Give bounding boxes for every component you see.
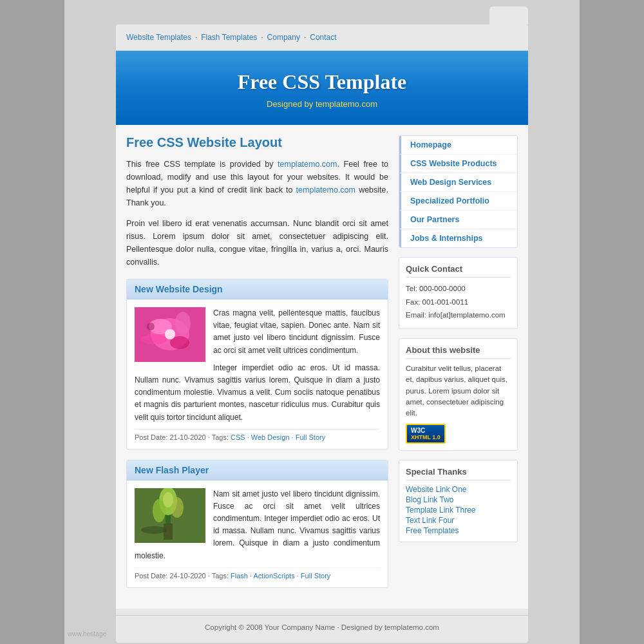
sidebar-item-portfolio[interactable]: Specialized Portfolio [399, 192, 517, 211]
site-subtitle: Designed by templatemo.com [129, 99, 515, 109]
nav-link-flash-templates[interactable]: Flash Templates [201, 33, 257, 42]
nav-link-website-templates[interactable]: Website Templates [126, 33, 191, 42]
main-container: Website Templates · Flash Templates · Co… [116, 24, 528, 643]
intro-paragraph: This free CSS template is provided by te… [126, 158, 388, 209]
special-thanks-link-2[interactable]: Blog Link Two [406, 495, 511, 504]
article-1-meta: Post Date: 21-10-2020 · Tags: CSS · Web … [135, 429, 380, 441]
nav-separator-3: · [304, 33, 308, 42]
about-heading: About this website [406, 345, 511, 359]
sidebar-link-portfolio[interactable]: Specialized Portfolio [410, 196, 489, 205]
about-box: About this website Curabitur velit tellu… [399, 338, 518, 451]
special-thanks-heading: Special Thanks [406, 467, 511, 480]
nav-separator-2: · [261, 33, 265, 42]
nav-separator-1: · [195, 33, 199, 42]
article-1-tag-css[interactable]: CSS [231, 433, 245, 441]
article-2-tag-flash[interactable]: Flash [231, 572, 248, 580]
watermark: www.heritage [68, 630, 106, 638]
article-2-body: Nam sit amet justo vel libero tincidunt … [127, 480, 388, 587]
special-thanks-link-4[interactable]: Text Link Four [406, 516, 511, 525]
tab-decoration [489, 6, 528, 24]
sidebar-item-css-products[interactable]: CSS Website Products [399, 155, 517, 173]
nav-bar: Website Templates · Flash Templates · Co… [116, 24, 528, 51]
article-1-tag-webdesign[interactable]: Web Design [251, 433, 290, 441]
article-1-image [135, 307, 205, 362]
tel-line: Tel: 000-000-0000 [406, 282, 511, 296]
outer-wrapper: Website Templates · Flash Templates · Co… [64, 0, 580, 644]
quick-contact-box: Quick Contact Tel: 000-000-0000 Fax: 001… [399, 257, 518, 329]
article-2-date: Post Date: 24-10-2020 [135, 572, 206, 580]
special-thanks-box: Special Thanks Website Link One Blog Lin… [399, 460, 518, 542]
article-1-title: New Website Design [135, 284, 380, 294]
article-1-text2: Integer imperdiet odio ac eros. Ut id ma… [135, 362, 380, 424]
article-2-tag-fullstory[interactable]: Full Story [301, 572, 330, 580]
sidebar-link-partners[interactable]: Our Partners [410, 215, 459, 224]
special-thanks-link-3[interactable]: Template Link Three [406, 506, 511, 515]
nav-link-contact[interactable]: Contact [310, 33, 336, 42]
sidebar-link-homepage[interactable]: Homepage [410, 140, 451, 149]
fax-line: Fax: 001-001-0011 [406, 296, 511, 309]
quick-contact-heading: Quick Contact [406, 264, 511, 278]
about-text: Curabitur velit tellus, placerat et, dap… [406, 363, 511, 419]
main-content: Free CSS Website Layout This free CSS te… [126, 135, 399, 598]
article-1: New Website Design [126, 279, 388, 450]
article-1-date: Post Date: 21-10-2020 [135, 433, 206, 441]
sidebar-item-jobs[interactable]: Jobs & Internships [399, 229, 517, 247]
article-1-tag-fullstory[interactable]: Full Story [296, 433, 325, 441]
site-title: Free CSS Template [129, 70, 515, 94]
email-line: Email: info[at]templatemo.com [406, 308, 511, 322]
svg-point-4 [165, 329, 175, 339]
sidebar-item-homepage[interactable]: Homepage [399, 136, 517, 155]
article-2-header: New Flash Player [127, 460, 388, 480]
nav-link-company[interactable]: Company [267, 33, 300, 42]
sidebar-item-web-design[interactable]: Web Design Services [399, 173, 517, 192]
svg-point-5 [141, 334, 167, 345]
templatemo-link-1[interactable]: templatemo.com [278, 160, 337, 169]
article-2-meta: Post Date: 24-10-2020 · Tags: Flash · Ac… [135, 567, 380, 580]
article-2-title: New Flash Player [135, 465, 380, 475]
svg-point-15 [141, 526, 167, 534]
svg-point-6 [175, 312, 191, 335]
svg-point-7 [147, 323, 155, 330]
special-thanks-link-1[interactable]: Website Link One [406, 485, 511, 494]
article-2-image [135, 488, 205, 543]
special-thanks-links: Website Link One Blog Link Two Template … [406, 485, 511, 535]
article-2-tag-actionscripts[interactable]: ActionScripts [253, 572, 294, 580]
sidebar-link-css-products[interactable]: CSS Website Products [410, 159, 497, 168]
w3c-badge: W3C XHTML 1.0 [406, 424, 446, 444]
special-thanks-link-5[interactable]: Free Templates [406, 526, 511, 535]
main-heading: Free CSS Website Layout [126, 135, 388, 150]
sidebar-item-partners[interactable]: Our Partners [399, 211, 517, 229]
sidebar-link-web-design[interactable]: Web Design Services [410, 178, 491, 187]
footer-text: Copyright © 2008 Your Company Name · Des… [205, 623, 439, 631]
article-1-body: Cras magna velit, pellentesque mattis, f… [127, 299, 388, 449]
article-1-header: New Website Design [127, 279, 388, 299]
w3c-xhtml-label: XHTML 1.0 [411, 434, 440, 440]
svg-point-13 [163, 492, 173, 507]
content-area: Free CSS Website Layout This free CSS te… [116, 125, 528, 609]
sidebar-link-jobs[interactable]: Jobs & Internships [410, 234, 483, 243]
article-2: New Flash Player [126, 460, 388, 588]
footer: Copyright © 2008 Your Company Name · Des… [116, 615, 528, 639]
lorem-paragraph: Proin vel libero id erat venenatis accum… [126, 217, 388, 269]
sidebar-nav: Homepage CSS Website Products Web Design… [399, 135, 518, 248]
header-banner: Free CSS Template Designed by templatemo… [116, 51, 528, 125]
templatemo-link-2[interactable]: templatemo.com [296, 185, 355, 194]
sidebar: Homepage CSS Website Products Web Design… [399, 135, 518, 598]
